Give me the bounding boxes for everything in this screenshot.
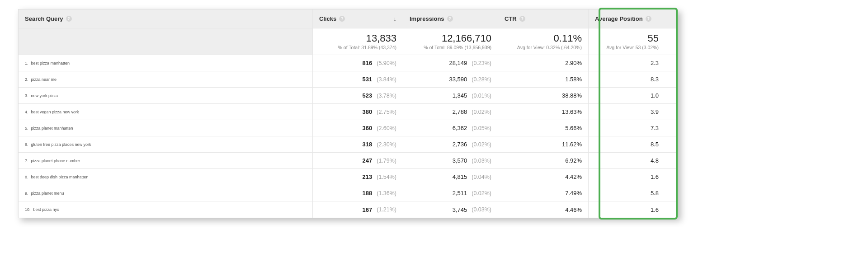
table-row[interactable]: 5.pizza planet manhatten360(2.60%)6,362(… xyxy=(19,120,678,136)
row-index: 8. xyxy=(25,175,28,179)
table-row[interactable]: 4.best vegan pizza new york380(2.75%)2,7… xyxy=(19,104,678,120)
cell-search-query: 7.pizza planet phone number xyxy=(19,153,312,168)
impressions-pct: (0.03%) xyxy=(472,158,491,164)
impressions-pct: (0.03%) xyxy=(472,206,491,213)
cell-ctr: 6.92% xyxy=(498,153,588,168)
table-row[interactable]: 1.best pizza manhatten816(5.90%)28,149(0… xyxy=(19,55,678,71)
header-label: Clicks xyxy=(319,15,336,22)
cell-search-query: 10.best pizza nyc xyxy=(19,201,312,218)
header-impressions[interactable]: Impressions ? xyxy=(403,9,498,28)
table-row[interactable]: 9.pizza planet menu188(1.36%)2,511(0.02%… xyxy=(19,185,678,201)
row-query-text[interactable]: pizza planet manhatten xyxy=(31,126,73,131)
avg-position-value: 4.8 xyxy=(651,157,659,164)
cell-impressions: 3,745(0.03%) xyxy=(403,201,498,218)
cell-clicks: 360(2.60%) xyxy=(312,120,403,136)
header-ctr[interactable]: CTR ? xyxy=(498,9,588,28)
impressions-value: 33,590 xyxy=(449,76,467,83)
cell-impressions: 4,815(0.04%) xyxy=(403,169,498,185)
avg-position-value: 2.3 xyxy=(651,60,659,66)
summary-sub: Avg for View: 0.32% (-64.20%) xyxy=(517,45,582,50)
cell-impressions: 28,149(0.23%) xyxy=(403,55,498,71)
impressions-pct: (0.05%) xyxy=(472,125,491,131)
help-icon[interactable]: ? xyxy=(646,16,651,22)
table-row[interactable]: 2.pizza near me531(3.84%)33,590(0.28%)1.… xyxy=(19,71,678,88)
clicks-value: 523 xyxy=(363,92,373,99)
row-query-text[interactable]: best vegan pizza new york xyxy=(31,110,79,114)
table-row[interactable]: 7.pizza planet phone number247(1.79%)3,5… xyxy=(19,153,678,169)
cell-avg-position: 3.9 xyxy=(588,104,665,120)
clicks-pct: (1.79%) xyxy=(377,158,396,164)
row-query-text[interactable]: best pizza manhatten xyxy=(31,61,70,65)
table-row[interactable]: 3.new york pizza523(3.78%)1,345(0.01%)38… xyxy=(19,88,678,104)
table-row[interactable]: 10.best pizza nyc167(1.21%)3,745(0.03%)4… xyxy=(19,201,678,218)
clicks-pct: (3.78%) xyxy=(377,93,396,99)
row-query-text[interactable]: pizza planet phone number xyxy=(31,159,80,163)
avg-position-value: 7.3 xyxy=(651,125,659,131)
row-query-text[interactable]: best pizza nyc xyxy=(33,207,59,212)
ctr-value: 7.49% xyxy=(565,190,582,196)
ctr-value: 13.63% xyxy=(562,108,582,115)
clicks-value: 213 xyxy=(363,173,373,180)
clicks-pct: (1.54%) xyxy=(377,174,396,180)
cell-impressions: 33,590(0.28%) xyxy=(403,71,498,87)
impressions-pct: (0.04%) xyxy=(472,174,491,180)
cell-clicks: 523(3.78%) xyxy=(312,88,403,103)
row-index: 10. xyxy=(25,207,31,212)
cell-clicks: 188(1.36%) xyxy=(312,185,403,201)
cell-search-query: 9.pizza planet menu xyxy=(19,185,312,201)
header-label: CTR xyxy=(505,15,517,22)
clicks-pct: (2.75%) xyxy=(377,109,396,115)
summary-value: 13,833 xyxy=(366,33,396,44)
summary-impressions: 12,166,710 % of Total: 89.09% (13,656,93… xyxy=(403,28,498,55)
row-index: 2. xyxy=(25,77,28,82)
header-clicks[interactable]: Clicks ? ↓ xyxy=(312,9,403,28)
clicks-value: 360 xyxy=(363,125,373,131)
impressions-value: 2,788 xyxy=(453,108,467,115)
search-query-table: Search Query ? Clicks ? ↓ Impressions ? … xyxy=(18,9,678,218)
row-query-text[interactable]: new york pizza xyxy=(31,93,58,98)
clicks-pct: (5.90%) xyxy=(377,60,396,66)
help-icon[interactable]: ? xyxy=(66,16,72,22)
clicks-value: 380 xyxy=(363,108,373,115)
clicks-pct: (3.84%) xyxy=(377,76,396,83)
impressions-value: 3,570 xyxy=(453,157,467,164)
cell-clicks: 380(2.75%) xyxy=(312,104,403,120)
cell-avg-position: 5.8 xyxy=(588,185,665,201)
clicks-pct: (1.36%) xyxy=(377,190,396,196)
cell-clicks: 247(1.79%) xyxy=(312,153,403,168)
help-icon[interactable]: ? xyxy=(519,16,525,22)
impressions-pct: (0.02%) xyxy=(472,141,491,148)
row-query-text[interactable]: pizza planet menu xyxy=(31,191,64,196)
cell-impressions: 6,362(0.05%) xyxy=(403,120,498,136)
row-query-text[interactable]: best deep dish pizza manhatten xyxy=(31,175,89,179)
header-search-query[interactable]: Search Query ? xyxy=(19,9,312,28)
row-index: 1. xyxy=(25,61,28,65)
table-row[interactable]: 8.best deep dish pizza manhatten213(1.54… xyxy=(19,169,678,185)
row-query-text[interactable]: gluten free pizza places new york xyxy=(31,142,91,147)
row-index: 4. xyxy=(25,110,28,114)
impressions-pct: (0.02%) xyxy=(472,190,491,196)
header-avg-position[interactable]: Average Position ? xyxy=(588,9,665,28)
avg-position-value: 1.6 xyxy=(651,206,659,213)
impressions-value: 1,345 xyxy=(453,92,467,99)
ctr-value: 1.58% xyxy=(565,76,582,83)
header-label: Impressions xyxy=(410,15,444,22)
clicks-pct: (2.30%) xyxy=(377,141,396,148)
cell-ctr: 11.62% xyxy=(498,136,588,152)
impressions-value: 2,736 xyxy=(453,141,467,148)
cell-ctr: 38.88% xyxy=(498,88,588,103)
ctr-value: 38.88% xyxy=(562,92,582,99)
row-index: 7. xyxy=(25,159,28,163)
cell-avg-position: 8.3 xyxy=(588,71,665,87)
help-icon[interactable]: ? xyxy=(447,16,453,22)
clicks-value: 531 xyxy=(363,76,373,83)
summary-blank xyxy=(19,28,312,55)
help-icon[interactable]: ? xyxy=(339,16,345,22)
cell-search-query: 1.best pizza manhatten xyxy=(19,55,312,71)
summary-value: 55 xyxy=(648,33,659,44)
table-row[interactable]: 6.gluten free pizza places new york318(2… xyxy=(19,136,678,153)
row-query-text[interactable]: pizza near me xyxy=(31,77,57,82)
cell-ctr: 4.46% xyxy=(498,201,588,218)
cell-impressions: 2,511(0.02%) xyxy=(403,185,498,201)
cell-clicks: 816(5.90%) xyxy=(312,55,403,71)
